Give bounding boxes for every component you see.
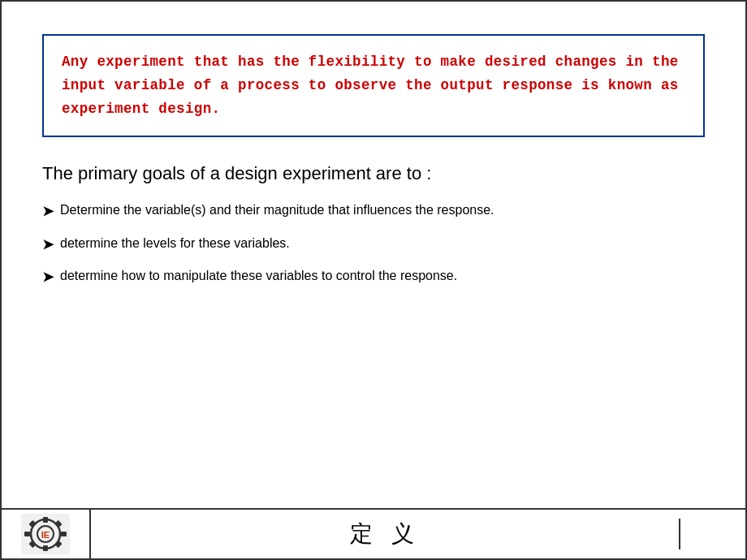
footer-bar: IE 定 义 [2, 508, 745, 558]
bullet-text-2: determine the levels for these variables… [60, 234, 705, 253]
svg-rect-3 [43, 517, 48, 523]
bullet-text-3: determine how to manipulate these variab… [60, 266, 705, 286]
footer-title-section: 定 义 [91, 519, 680, 549]
definition-text: Any experiment that has the flexibility … [62, 50, 685, 121]
footer-title-text: 定 义 [350, 519, 421, 549]
svg-rect-5 [24, 532, 30, 536]
main-content: Any experiment that has the flexibility … [2, 2, 745, 508]
bullet-item-3: ➤ determine how to manipulate these vari… [42, 266, 705, 288]
svg-text:IE: IE [41, 530, 50, 540]
bullet-text-1: Determine the variable(s) and their magn… [60, 200, 705, 220]
bullet-item-2: ➤ determine the levels for these variabl… [42, 234, 705, 256]
definition-box: Any experiment that has the flexibility … [42, 34, 705, 137]
svg-rect-4 [43, 545, 48, 551]
bullet-list: ➤ Determine the variable(s) and their ma… [42, 200, 705, 288]
slide-container: Any experiment that has the flexibility … [0, 0, 747, 560]
bullet-arrow-2: ➤ [42, 235, 54, 256]
primary-goals-heading: The primary goals of a design experiment… [42, 162, 705, 187]
bullet-arrow-3: ➤ [42, 267, 54, 288]
bullet-arrow-1: ➤ [42, 201, 54, 222]
bullet-item-1: ➤ Determine the variable(s) and their ma… [42, 200, 705, 222]
footer-logo-section: IE [2, 510, 91, 558]
footer-right-section [680, 510, 745, 558]
institute-logo-icon: IE [21, 514, 70, 554]
svg-rect-6 [61, 532, 67, 536]
